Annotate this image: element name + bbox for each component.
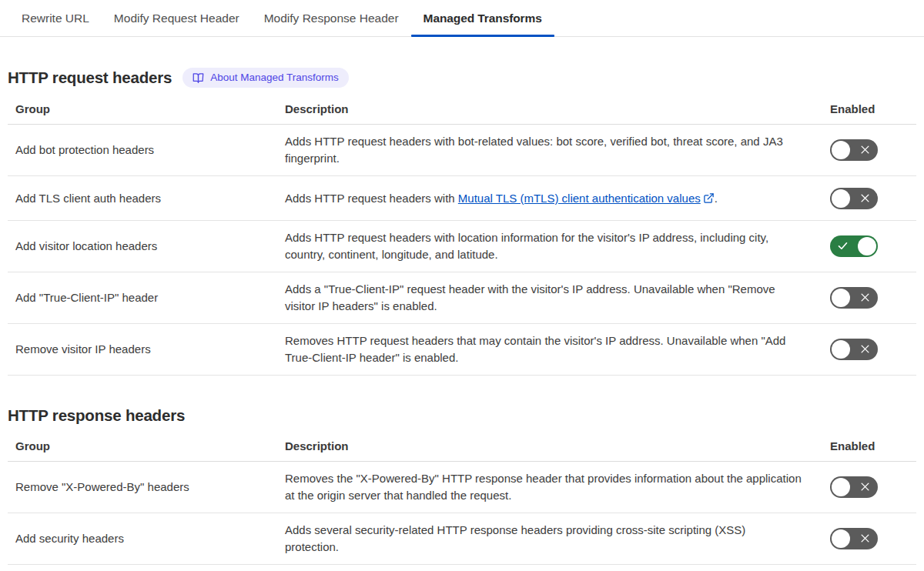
table-row: Add security headersAdds several securit… (8, 513, 916, 565)
enabled-toggle[interactable] (830, 139, 878, 161)
toggle-knob (832, 340, 850, 359)
enabled-cell (830, 125, 916, 176)
toggle-knob (832, 189, 850, 208)
description-cell: Adds a "True-Client-IP" request header w… (285, 272, 830, 324)
description-cell: Removes the "X-Powered-By" HTTP response… (285, 462, 830, 513)
enabled-cell (830, 513, 916, 565)
group-cell: Add TLS client auth headers (8, 176, 285, 221)
x-icon (859, 292, 871, 303)
enabled-toggle[interactable] (830, 235, 878, 257)
description-cell: Adds several security-related HTTP respo… (285, 513, 830, 565)
about-managed-transforms-label: About Managed Transforms (210, 72, 339, 84)
enabled-cell (830, 324, 916, 376)
group-cell: Remove "X-Powered-By" headers (8, 462, 285, 513)
table-row: Add visitor location headersAdds HTTP re… (8, 221, 916, 272)
request-headers-title: HTTP request headers (8, 68, 172, 87)
description-text: Adds HTTP request headers with (285, 192, 458, 205)
column-header-description: Description (285, 432, 830, 462)
table-row: Add "True-Client-IP" headerAdds a "True-… (8, 272, 916, 324)
tab-modify-response-header[interactable]: Modify Response Header (252, 0, 411, 36)
tab-modify-request-header[interactable]: Modify Request Header (102, 0, 252, 36)
x-icon (859, 343, 871, 355)
response-headers-title: HTTP response headers (8, 406, 185, 425)
x-icon (859, 481, 871, 493)
column-header-enabled: Enabled (830, 432, 916, 462)
mtls-docs-link[interactable]: Mutual TLS (mTLS) client authentication … (458, 192, 701, 205)
toggle-knob (832, 478, 850, 496)
group-cell: Remove visitor IP headers (8, 324, 285, 376)
request-headers-section: HTTP request headers About Managed Trans… (8, 68, 916, 376)
toggle-knob (832, 141, 850, 159)
column-header-enabled: Enabled (830, 95, 916, 125)
enabled-cell (830, 462, 916, 513)
enabled-cell (830, 272, 916, 324)
toggle-knob (832, 529, 850, 548)
column-header-description: Description (285, 95, 830, 125)
tab-rewrite-url[interactable]: Rewrite URL (9, 0, 102, 36)
x-icon (859, 533, 871, 544)
description-cell: Adds HTTP request headers with location … (285, 221, 830, 272)
book-icon (192, 72, 204, 84)
x-icon (859, 144, 871, 155)
description-cell: Adds HTTP request headers with Mutual TL… (285, 176, 830, 221)
external-link-icon[interactable] (701, 192, 715, 205)
check-icon (837, 240, 849, 252)
toggle-knob (832, 289, 850, 307)
group-cell: Add security headers (8, 513, 285, 565)
table-row: Add TLS client auth headersAdds HTTP req… (8, 176, 916, 221)
enabled-cell (830, 221, 916, 272)
description-cell: Adds HTTP request headers with bot-relat… (285, 125, 830, 176)
enabled-toggle[interactable] (830, 528, 878, 549)
group-cell: Add bot protection headers (8, 125, 285, 176)
column-header-group: Group (8, 432, 285, 462)
table-header-row: Group Description Enabled (8, 95, 916, 125)
about-managed-transforms-link[interactable]: About Managed Transforms (182, 68, 349, 88)
request-headers-table: Group Description Enabled Add bot protec… (8, 95, 916, 376)
table-row: Remove "X-Powered-By" headersRemoves the… (8, 462, 916, 513)
tab-managed-transforms[interactable]: Managed Transforms (411, 0, 554, 36)
description-cell: Removes HTTP request headers that may co… (285, 324, 830, 376)
enabled-toggle[interactable] (830, 476, 878, 498)
managed-transforms-panel: HTTP request headers About Managed Trans… (0, 68, 924, 565)
table-header-row: Group Description Enabled (8, 432, 916, 462)
toggle-knob (858, 237, 876, 255)
response-headers-section: HTTP response headers Group Description … (8, 406, 916, 565)
enabled-cell (830, 176, 916, 221)
group-cell: Add visitor location headers (8, 221, 285, 272)
description-text: . (715, 192, 718, 205)
response-headers-table: Group Description Enabled Remove "X-Powe… (8, 432, 916, 565)
column-header-group: Group (8, 95, 285, 125)
group-cell: Add "True-Client-IP" header (8, 272, 285, 324)
enabled-toggle[interactable] (830, 339, 878, 360)
table-row: Add bot protection headersAdds HTTP requ… (8, 125, 916, 176)
enabled-toggle[interactable] (830, 287, 878, 309)
table-row: Remove visitor IP headersRemoves HTTP re… (8, 324, 916, 376)
enabled-toggle[interactable] (830, 188, 878, 209)
tab-bar: Rewrite URL Modify Request Header Modify… (0, 0, 924, 37)
x-icon (859, 192, 871, 204)
